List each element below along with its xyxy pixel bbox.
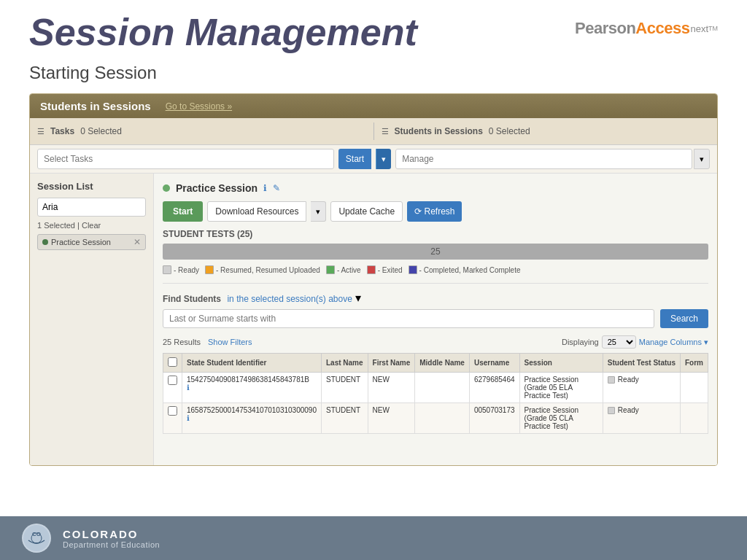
start-caret-button[interactable]: ▾ [376, 149, 391, 169]
page-footer: CO COLORADO Department of Education [0, 516, 747, 560]
session-header: Practice Session ℹ ✎ [163, 182, 708, 194]
show-filters-link[interactable]: Show Filters [208, 338, 252, 346]
status-box [608, 376, 615, 384]
session-start-button[interactable]: Start [163, 201, 203, 222]
download-caret-button[interactable]: ▾ [311, 201, 326, 222]
row-status: Ready [603, 373, 680, 403]
edit-icon[interactable]: ✎ [273, 183, 280, 193]
displaying-section: Displaying 25 50 100 Manage Columns ▾ [562, 335, 708, 349]
legend-ready-box [163, 265, 171, 274]
session-name: Practice Session [176, 182, 258, 194]
footer-state: COLORADO [63, 528, 160, 540]
tasks-icon: ☰ [37, 127, 44, 136]
start-button[interactable]: Start [338, 149, 371, 169]
session-actions: Start Download Resources ▾ Update Cache … [163, 201, 708, 222]
session-search-input[interactable] [37, 198, 146, 217]
footer-text: COLORADO Department of Education [63, 528, 160, 549]
legend: - Ready - Resumed, Resumed Uploaded - Ac… [163, 265, 708, 274]
data-table: State Student Identifier Last Name First… [163, 353, 708, 434]
row-last-name: STUDENT [321, 403, 368, 434]
brand-logo: PearsonAccess next TM [575, 13, 718, 38]
row-form [681, 373, 708, 403]
tasks-label: Tasks [50, 126, 74, 136]
divider [374, 122, 374, 140]
results-count: 25 Results [163, 338, 201, 346]
goto-sessions-link[interactable]: Go to Sessions » [166, 101, 232, 112]
progress-label: 25 [430, 246, 440, 257]
tasks-selected-count: 0 Selected [80, 126, 122, 136]
displaying-label: Displaying [562, 338, 599, 346]
manage-columns-link[interactable]: Manage Columns ▾ [639, 338, 708, 347]
find-student-input[interactable] [163, 309, 654, 328]
co-logo: CO [22, 524, 51, 553]
legend-ready: - Ready [163, 265, 199, 274]
brand-tm: TM [708, 25, 718, 32]
panel-header-title: Students in Sessions [40, 100, 151, 112]
update-cache-button[interactable]: Update Cache [330, 201, 403, 222]
col-form: Form [681, 354, 708, 373]
legend-active: - Active [326, 265, 361, 274]
row-middle-name [415, 403, 470, 434]
table-row: 16587525000147534107010310300090ℹ STUDEN… [163, 403, 708, 434]
find-students: Find Students in the selected session(s)… [163, 283, 708, 328]
row-middle-name [415, 373, 470, 403]
row-status: Ready [603, 403, 680, 434]
find-scope[interactable]: in the selected session(s) above [227, 294, 352, 304]
results-bar: 25 Results Show Filters Displaying 25 50… [163, 335, 708, 349]
students-icon: ☰ [382, 127, 389, 136]
page-title: Session Management [29, 13, 417, 51]
session-tag-dot [42, 239, 48, 245]
sidebar: Session List 1 Selected | Clear Practice… [30, 174, 154, 465]
legend-exited: - Exited [367, 265, 403, 274]
table-header-row: State Student Identifier Last Name First… [163, 354, 708, 373]
col-state-id: State Student Identifier [182, 354, 322, 373]
brand-pearson: PearsonAccess [575, 19, 689, 38]
session-tag-close[interactable]: ✕ [133, 237, 141, 247]
col-username: Username [469, 354, 519, 373]
row-info-link[interactable]: ℹ [187, 414, 190, 422]
row-checkbox-cell[interactable] [163, 373, 182, 403]
col-last-name: Last Name [321, 354, 368, 373]
row-state-id: 15427504090817498638145843781Bℹ [182, 373, 322, 403]
svg-point-0 [23, 525, 50, 551]
student-tests-header: STUDENT TESTS (25) [163, 229, 708, 239]
page-header: Session Management PearsonAccess next TM [0, 0, 747, 58]
row-form [681, 403, 708, 434]
col-status: Student Test Status [603, 354, 680, 373]
row-checkbox-cell[interactable] [163, 403, 182, 434]
per-page-select[interactable]: 25 50 100 [602, 335, 636, 349]
manage-input[interactable] [395, 149, 692, 169]
row-username: 0050703173 [469, 403, 519, 434]
panel-header: Students in Sessions Go to Sessions » [30, 94, 717, 118]
row-checkbox[interactable] [168, 406, 177, 416]
tasks-bar: ☰ Tasks 0 Selected ☰ Students in Session… [30, 118, 717, 145]
search-button[interactable]: Search [660, 309, 708, 328]
col-first-name: First Name [368, 354, 415, 373]
action-bar: Start ▾ ▾ [30, 145, 717, 174]
ui-panel: Students in Sessions Go to Sessions » ☰ … [29, 93, 718, 466]
legend-active-box [326, 265, 335, 274]
progress-bar-container: 25 [163, 244, 708, 260]
students-label: Students in Sessions [395, 126, 483, 136]
legend-completed-box [409, 265, 417, 274]
col-checkbox [163, 354, 182, 373]
students-section: ☰ Students in Sessions 0 Selected [382, 126, 711, 136]
legend-completed: - Completed, Marked Complete [409, 265, 521, 274]
col-session: Session [519, 354, 603, 373]
refresh-button[interactable]: ⟳ Refresh [407, 201, 462, 222]
row-checkbox[interactable] [168, 376, 177, 385]
info-icon[interactable]: ℹ [263, 183, 267, 193]
session-list-title: Session List [37, 181, 146, 192]
download-resources-button[interactable]: Download Resources [207, 201, 306, 222]
session-tag: Practice Session ✕ [37, 234, 146, 250]
row-last-name: STUDENT [321, 373, 368, 403]
row-first-name: NEW [368, 373, 415, 403]
col-middle-name: Middle Name [415, 354, 470, 373]
main-content: Practice Session ℹ ✎ Start Download Reso… [154, 174, 717, 465]
row-session: Practice Session (Grade 05 CLA Practice … [519, 403, 603, 434]
legend-resumed-box [205, 265, 214, 274]
select-all-checkbox[interactable] [168, 357, 177, 367]
manage-caret-button[interactable]: ▾ [694, 149, 710, 169]
select-tasks-input[interactable] [37, 149, 334, 169]
row-info-link[interactable]: ℹ [187, 384, 190, 392]
